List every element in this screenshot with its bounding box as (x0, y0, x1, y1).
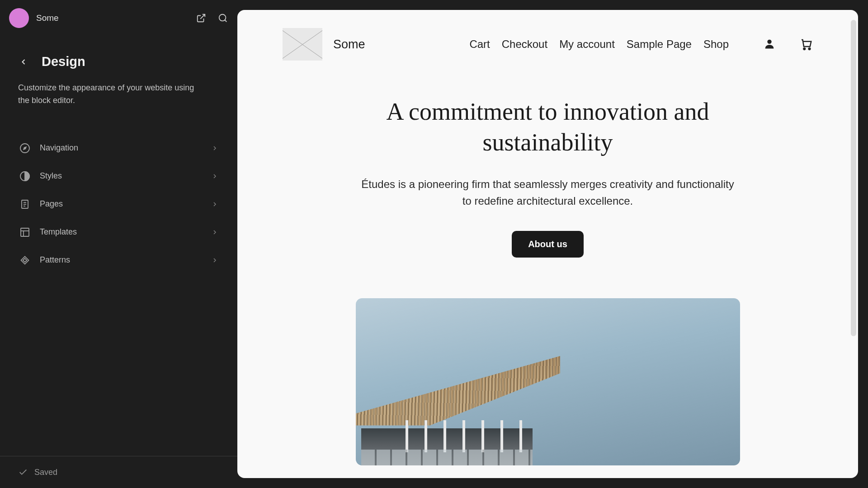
site-header: Some Cart Checkout My account Sample Pag… (283, 28, 813, 61)
menu-label: Styles (40, 171, 202, 181)
nav-item-cart[interactable]: Cart (469, 38, 490, 51)
hero-image (356, 298, 740, 465)
about-us-button[interactable]: About us (512, 231, 584, 258)
hero: A commitment to innovation and sustainab… (356, 97, 740, 465)
back-arrow-icon[interactable] (18, 56, 29, 67)
menu-item-patterns[interactable]: Patterns (10, 246, 227, 274)
svg-point-16 (803, 48, 805, 50)
site-logo-placeholder[interactable] (283, 28, 322, 61)
header-icons (196, 13, 228, 23)
sidebar-header: Some (0, 0, 237, 36)
hero-subtitle: Études is a pioneering firm that seamles… (356, 176, 740, 209)
nav-item-account[interactable]: My account (559, 38, 615, 51)
svg-rect-14 (23, 258, 27, 262)
svg-marker-4 (23, 146, 27, 150)
preview-panel: Some Cart Checkout My account Sample Pag… (237, 0, 868, 488)
page-title: Design (42, 54, 85, 69)
svg-line-0 (200, 14, 205, 19)
user-icon[interactable] (763, 38, 777, 51)
compass-icon (19, 142, 31, 154)
menu-label: Pages (40, 199, 202, 209)
chevron-right-icon (211, 173, 218, 180)
chevron-right-icon (211, 201, 218, 208)
layout-icon (19, 226, 31, 238)
nav-icons (763, 38, 813, 51)
nav-menu: Cart Checkout My account Sample Page Sho… (469, 38, 813, 51)
svg-rect-13 (21, 256, 29, 264)
menu-item-pages[interactable]: Pages (10, 190, 227, 218)
chevron-right-icon (211, 257, 218, 264)
sidebar: Some Desig (0, 0, 237, 488)
svg-point-15 (767, 40, 771, 44)
menu-label: Templates (40, 227, 202, 237)
menu-list: Navigation Styles (0, 116, 237, 274)
site-avatar[interactable] (9, 8, 29, 28)
half-circle-icon (19, 170, 31, 182)
chevron-right-icon (211, 229, 218, 236)
page-icon (19, 198, 31, 210)
svg-line-2 (225, 20, 226, 22)
site-name: Some (36, 13, 189, 23)
menu-label: Patterns (40, 255, 202, 265)
hero-title: A commitment to innovation and sustainab… (356, 97, 740, 158)
svg-point-17 (809, 48, 811, 50)
svg-point-1 (219, 14, 226, 21)
design-header-row: Design (18, 54, 219, 69)
design-section: Design Customize the appearance of your … (0, 36, 237, 116)
nav-item-checkout[interactable]: Checkout (502, 38, 547, 51)
diamond-icon (19, 254, 31, 266)
menu-item-navigation[interactable]: Navigation (10, 134, 227, 162)
design-description: Customize the appearance of your website… (18, 82, 219, 107)
preview-frame[interactable]: Some Cart Checkout My account Sample Pag… (237, 10, 858, 478)
preview-content: Some Cart Checkout My account Sample Pag… (237, 10, 858, 478)
search-icon[interactable] (217, 13, 228, 23)
menu-label: Navigation (40, 143, 202, 153)
svg-rect-10 (21, 228, 29, 236)
sidebar-footer: Saved (0, 456, 237, 488)
chevron-right-icon (211, 145, 218, 152)
menu-item-styles[interactable]: Styles (10, 162, 227, 190)
site-title[interactable]: Some (333, 38, 365, 52)
check-icon (18, 467, 28, 477)
nav-item-sample[interactable]: Sample Page (627, 38, 692, 51)
nav-item-shop[interactable]: Shop (703, 38, 729, 51)
menu-item-templates[interactable]: Templates (10, 218, 227, 246)
building-graphic (356, 332, 632, 465)
saved-status: Saved (34, 468, 57, 477)
scrollbar[interactable] (851, 20, 856, 336)
cart-icon[interactable] (799, 38, 813, 51)
external-link-icon[interactable] (196, 13, 207, 23)
